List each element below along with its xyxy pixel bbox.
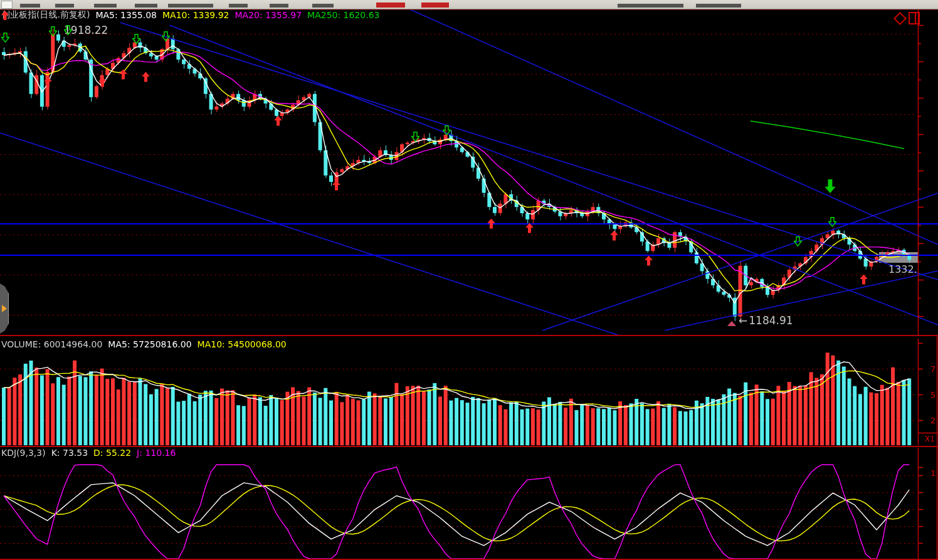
buy-signal-icon: [525, 223, 534, 233]
main-chart-header: 创业板指(日线.前复权) MA5: 1355.08 MA10: 1339.92 …: [1, 9, 380, 21]
menu-item-fragment[interactable]: [94, 4, 117, 8]
sell-signal-icon: [411, 132, 419, 142]
menu-item-fragment[interactable]: [135, 4, 157, 8]
sell-signal-icon: [162, 31, 170, 41]
sell-signal-icon: [49, 26, 57, 36]
menu-item-fragment[interactable]: [229, 4, 248, 8]
buy-signal-icon: [119, 69, 127, 80]
menu-item-red-fragment[interactable]: [421, 3, 449, 8]
kdj-d-label: D: 55.22: [93, 448, 131, 458]
menu-item-fragment[interactable]: [312, 4, 334, 8]
menu-item-fragment[interactable]: [618, 4, 683, 8]
sell-signal-icon: [64, 25, 72, 35]
volume-header: VOLUME: 60014964.00 MA5: 57250816.00 MA1…: [1, 339, 287, 349]
buy-signal-icon: [332, 180, 340, 191]
up-arrow-icon: [1, 11, 9, 20]
expand-arrow-icon: [2, 305, 7, 312]
buy-signal-icon: [487, 218, 495, 229]
buy-signal-icon: [860, 274, 868, 285]
low-price-annotation: ← 1184.91: [739, 314, 793, 327]
buy-signal-icon: [142, 71, 150, 82]
kdj-header: KDJ(9,3,3) K: 73.53 D: 55.22 J: 110.16: [1, 448, 176, 458]
sell-signal-icon: [794, 236, 802, 246]
buy-signal-icon: [610, 230, 618, 241]
buy-signal-icon: [645, 255, 653, 266]
ma20-label: MA20: 1355.97: [235, 10, 302, 20]
menu-item-red-fragment[interactable]: [376, 3, 405, 8]
volume-ma10-label: MA10: 54500068.00: [198, 339, 287, 349]
buy-signal-icon: [274, 115, 282, 126]
sell-signal-icon: [132, 34, 140, 44]
app-window: 创业板指(日线.前复权) MA5: 1355.08 MA10: 1339.92 …: [0, 0, 938, 560]
chart-canvas[interactable]: [0, 0, 938, 560]
high-price-annotation: 1918.22: [64, 24, 108, 36]
app-icon[interactable]: [1, 1, 13, 9]
volume-unit-label: X1: [925, 435, 935, 443]
chart-title: 创业板指(日线.前复权): [1, 9, 90, 21]
ma10-label: MA10: 1339.92: [162, 10, 229, 20]
menu-item-fragment[interactable]: [270, 4, 288, 8]
sell-signal-solid-icon: [824, 179, 836, 193]
menu-item-fragment[interactable]: [55, 4, 74, 8]
kdj-axis-label: 1: [930, 468, 935, 478]
volume-ma5-label: MA5: 57250816.00: [108, 339, 191, 349]
volume-axis-label: 2: [930, 416, 935, 425]
kdj-label: KDJ(9,3,3): [1, 448, 46, 458]
volume-axis-label: 5: [930, 390, 935, 399]
current-price-label: 1332.: [888, 263, 917, 275]
sell-signal-icon: [1, 33, 9, 43]
menu-item-fragment[interactable]: [696, 4, 741, 8]
left-arrow-icon: ←: [739, 314, 747, 327]
menu-item-fragment[interactable]: [20, 4, 40, 8]
volume-label: VOLUME: 60014964.00: [1, 339, 102, 349]
kdj-j-label: J: 110.16: [137, 448, 176, 458]
split-window-icon[interactable]: [909, 12, 920, 24]
kdj-k-label: K: 73.53: [51, 448, 88, 458]
volume-axis-label: 7: [930, 364, 935, 374]
low-price-label: 1184.91: [749, 314, 793, 327]
sell-signal-icon: [443, 125, 451, 135]
menu-item-fragment[interactable]: [168, 4, 213, 8]
buy-signal-icon: [98, 77, 107, 87]
sell-signal-icon: [828, 217, 836, 227]
buy-signal-icon: [44, 77, 52, 87]
menu-bar[interactable]: [0, 0, 938, 9]
ma250-label: MA250: 1620.63: [307, 10, 379, 20]
ma5-label: MA5: 1355.08: [95, 10, 157, 20]
